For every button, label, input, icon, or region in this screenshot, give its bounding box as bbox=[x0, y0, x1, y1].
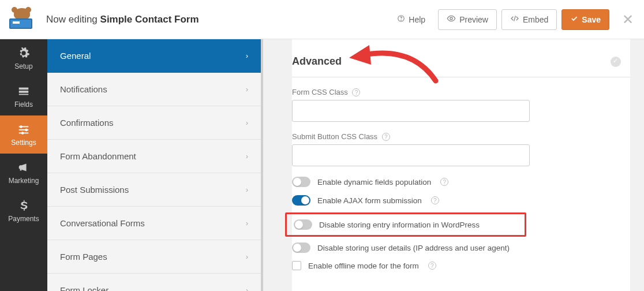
left-icon-bar: Setup Fields Settings Marketing Payments bbox=[0, 39, 47, 291]
checkbox[interactable] bbox=[292, 261, 301, 270]
close-icon[interactable]: ✕ bbox=[622, 12, 634, 28]
help-icon bbox=[397, 14, 405, 24]
toggle-disable-user-details: Disable storing user details (IP address… bbox=[292, 242, 630, 253]
toggle-offline-mode: Enable offline mode for the form ? bbox=[292, 261, 630, 270]
help-button[interactable]: Help bbox=[389, 9, 433, 30]
svg-rect-4 bbox=[19, 91, 29, 93]
form-css-label: Form CSS Class ? bbox=[292, 88, 621, 96]
nav-setup[interactable]: Setup bbox=[0, 39, 47, 77]
settings-item-conversational-forms[interactable]: Conversational Forms› bbox=[47, 207, 261, 240]
help-tooltip-icon[interactable]: ? bbox=[352, 88, 360, 96]
help-tooltip-icon[interactable]: ? bbox=[382, 133, 390, 141]
settings-item-notifications[interactable]: Notifications› bbox=[47, 73, 261, 106]
preview-button[interactable]: Preview bbox=[438, 9, 497, 30]
embed-button[interactable]: Embed bbox=[501, 9, 557, 30]
settings-sidebar: General› Notifications› Confirmations› F… bbox=[47, 39, 263, 291]
help-tooltip-icon[interactable]: ? bbox=[428, 262, 436, 270]
settings-item-form-locker[interactable]: Form Locker› bbox=[47, 274, 261, 291]
settings-item-form-abandonment[interactable]: Form Abandonment› bbox=[47, 140, 261, 173]
svg-point-10 bbox=[25, 128, 28, 131]
chevron-right-icon: › bbox=[246, 186, 248, 194]
toggle-switch[interactable] bbox=[294, 219, 312, 230]
chevron-right-icon: › bbox=[246, 52, 248, 60]
collapse-icon[interactable] bbox=[611, 57, 621, 67]
form-css-input[interactable] bbox=[292, 100, 530, 122]
chevron-right-icon: › bbox=[246, 253, 248, 261]
settings-item-confirmations[interactable]: Confirmations› bbox=[47, 106, 261, 140]
chevron-right-icon: › bbox=[246, 286, 248, 292]
app-logo bbox=[8, 8, 36, 31]
megaphone-icon bbox=[17, 161, 30, 174]
svg-point-1 bbox=[401, 20, 402, 21]
chevron-right-icon: › bbox=[246, 152, 248, 161]
top-bar: Now editing Simple Contact Form Help Pre… bbox=[0, 0, 644, 39]
chevron-right-icon: › bbox=[246, 119, 248, 127]
fields-icon bbox=[17, 85, 30, 98]
submit-css-input[interactable] bbox=[292, 144, 530, 166]
eye-icon bbox=[447, 14, 456, 25]
panel-title: Advanced bbox=[292, 55, 342, 68]
editing-label: Now editing Simple Contact Form bbox=[46, 14, 199, 25]
chevron-right-icon: › bbox=[246, 219, 248, 227]
advanced-panel: Advanced Form CSS Class ? Submit Button … bbox=[292, 39, 630, 291]
chevron-right-icon: › bbox=[246, 85, 248, 94]
highlighted-toggle-row: Disable storing entry information in Wor… bbox=[285, 212, 526, 237]
svg-rect-5 bbox=[19, 94, 29, 95]
nav-settings[interactable]: Settings bbox=[0, 115, 47, 154]
dollar-icon bbox=[17, 199, 30, 212]
content-canvas: Advanced Form CSS Class ? Submit Button … bbox=[263, 39, 644, 291]
svg-point-2 bbox=[450, 17, 452, 20]
svg-point-9 bbox=[20, 125, 23, 128]
code-icon bbox=[510, 14, 519, 25]
nav-fields[interactable]: Fields bbox=[0, 77, 47, 115]
gear-icon bbox=[17, 47, 30, 59]
svg-rect-3 bbox=[19, 87, 29, 89]
settings-item-form-pages[interactable]: Form Pages› bbox=[47, 240, 261, 274]
toggle-dynamic-fields: Enable dynamic fields population ? bbox=[292, 177, 630, 187]
submit-css-label: Submit Button CSS Class ? bbox=[292, 132, 621, 141]
help-tooltip-icon[interactable]: ? bbox=[431, 196, 439, 204]
svg-point-11 bbox=[21, 132, 24, 135]
settings-item-general[interactable]: General› bbox=[47, 39, 261, 73]
nav-marketing[interactable]: Marketing bbox=[0, 154, 47, 192]
sliders-icon bbox=[17, 123, 30, 136]
save-button[interactable]: Save bbox=[561, 9, 609, 30]
toggle-switch[interactable] bbox=[292, 195, 310, 206]
toggle-ajax-submission: Enable AJAX form submission ? bbox=[292, 195, 630, 206]
toggle-switch[interactable] bbox=[292, 242, 310, 253]
check-icon bbox=[570, 14, 578, 24]
nav-payments[interactable]: Payments bbox=[0, 192, 47, 230]
settings-item-post-submissions[interactable]: Post Submissions› bbox=[47, 173, 261, 207]
help-tooltip-icon[interactable]: ? bbox=[440, 178, 448, 186]
toggle-disable-entry-storage: Disable storing entry information in Wor… bbox=[294, 219, 518, 230]
toggle-switch[interactable] bbox=[292, 177, 310, 187]
